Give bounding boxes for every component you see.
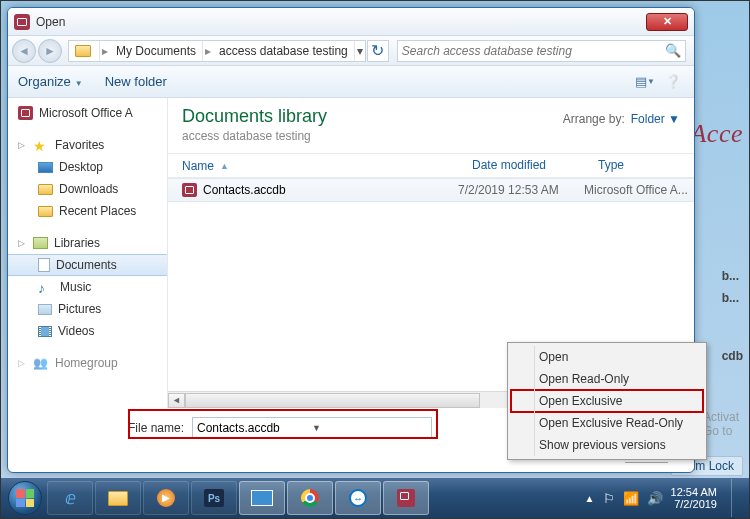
arrange-by[interactable]: Arrange by: Folder ▼ [563,112,680,126]
navigation-pane: Microsoft Office A ▷★Favorites Desktop D… [8,98,168,408]
music-icon: ♪ [38,280,54,294]
access-icon [14,14,30,30]
search-box[interactable]: 🔍 [397,40,686,62]
dialog-title: Open [36,15,65,29]
help-button[interactable]: ❔ [662,72,684,92]
folder-icon [38,184,53,195]
taskbar-teamviewer[interactable]: ↔ [335,481,381,515]
close-button[interactable]: ✕ [646,13,688,31]
taskbar: ⅇ ▶ Ps ↔ ▲ ⚐ 📶 🔊 12:54 AM 7/2/2019 [1,478,749,518]
filename-label: File name: [128,421,184,435]
menu-open[interactable]: Open [511,346,703,368]
chevron-down-icon[interactable]: ▼ [312,423,427,433]
organize-menu[interactable]: Organize▼ [18,74,83,89]
folder-icon [108,491,128,506]
access-file-icon [182,183,197,197]
document-icon [38,258,50,272]
taskbar-explorer[interactable] [95,481,141,515]
folder-icon [38,206,53,217]
videos-icon [38,326,52,337]
desktop-icon [38,162,53,173]
view-options-button[interactable]: ▤ ▼ [634,72,656,92]
star-icon: ★ [33,138,49,152]
back-button[interactable]: ◄ [12,39,36,63]
libraries-icon [33,237,48,249]
background-app-title: Acce [690,119,743,149]
sidebar-item-videos[interactable]: Videos [8,320,167,342]
taskbar-mediaplayer[interactable]: ▶ [143,481,189,515]
taskbar-photoshop[interactable]: Ps [191,481,237,515]
menu-open-readonly[interactable]: Open Read-Only [511,368,703,390]
menu-open-exclusive-readonly[interactable]: Open Exclusive Read-Only [511,412,703,434]
tray-flag-icon[interactable]: ⚐ [603,491,615,506]
scroll-left-button[interactable]: ◄ [168,393,185,408]
tray-volume-icon[interactable]: 🔊 [647,491,663,506]
breadcrumb[interactable]: ▸ My Documents ▸ access database testing… [68,40,366,62]
tray-network-icon[interactable]: 📶 [623,491,639,506]
taskbar-ie[interactable]: ⅇ [47,481,93,515]
taskbar-app1[interactable] [239,481,285,515]
sidebar-item-desktop[interactable]: Desktop [8,156,167,178]
file-row[interactable]: Contacts.accdb 7/2/2019 12:53 AM Microso… [168,178,694,202]
access-icon [397,489,415,507]
sidebar-libraries[interactable]: ▷Libraries [8,232,167,254]
sidebar-item-access[interactable]: Microsoft Office A [8,102,167,124]
menu-open-exclusive[interactable]: Open Exclusive [511,390,703,412]
column-headers[interactable]: Name▲ Date modified Type [168,154,694,178]
homegroup-icon: 👥 [33,356,49,370]
access-icon [18,106,33,120]
library-subtitle: access database testing [182,129,327,143]
sidebar-item-music[interactable]: ♪Music [8,276,167,298]
menu-previous-versions[interactable]: Show previous versions [511,434,703,456]
refresh-button[interactable]: ↻ [367,40,389,62]
folder-icon [75,45,91,57]
forward-button[interactable]: ► [38,39,62,63]
sidebar-item-documents[interactable]: Documents [8,254,167,276]
watermark: Activat Go to [703,410,739,438]
nav-bar: ◄ ► ▸ My Documents ▸ access database tes… [8,36,694,66]
search-input[interactable] [402,44,665,58]
scroll-thumb[interactable] [185,393,480,408]
start-button[interactable] [5,478,45,518]
sidebar-item-recent[interactable]: Recent Places [8,200,167,222]
toolbar: Organize▼ New folder ▤ ▼ ❔ [8,66,694,98]
sidebar-homegroup[interactable]: ▷👥Homegroup [8,352,167,374]
pictures-icon [38,304,52,315]
sidebar-item-downloads[interactable]: Downloads [8,178,167,200]
show-desktop-button[interactable] [731,479,741,517]
library-title: Documents library [182,106,327,127]
tray-clock[interactable]: 12:54 AM 7/2/2019 [671,486,719,510]
taskbar-chrome[interactable] [287,481,333,515]
background-recent-list: b... b... cdb [722,261,743,371]
sidebar-favorites[interactable]: ▷★Favorites [8,134,167,156]
new-folder-button[interactable]: New folder [105,74,167,89]
filename-combobox[interactable]: Contacts.accdb▼ [192,417,432,439]
title-bar: Open ✕ [8,8,694,36]
sidebar-item-pictures[interactable]: Pictures [8,298,167,320]
search-icon: 🔍 [665,43,681,58]
tray-overflow[interactable]: ▲ [585,493,595,504]
open-dropdown-menu: Open Open Read-Only Open Exclusive Open … [507,342,707,460]
taskbar-access[interactable] [383,481,429,515]
